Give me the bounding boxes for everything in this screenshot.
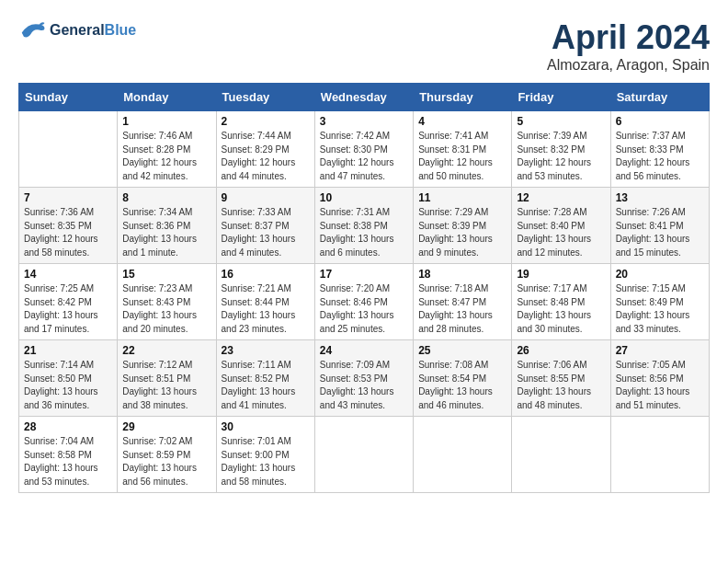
calendar-week-row: 28Sunrise: 7:04 AM Sunset: 8:58 PM Dayli… (19, 417, 710, 493)
calendar-cell: 28Sunrise: 7:04 AM Sunset: 8:58 PM Dayli… (19, 417, 118, 493)
day-info: Sunrise: 7:34 AM Sunset: 8:36 PM Dayligh… (122, 206, 210, 259)
day-info: Sunrise: 7:23 AM Sunset: 8:43 PM Dayligh… (122, 282, 210, 336)
calendar-cell: 3Sunrise: 7:42 AM Sunset: 8:30 PM Daylig… (314, 111, 413, 188)
day-info: Sunrise: 7:12 AM Sunset: 8:51 PM Dayligh… (122, 359, 210, 412)
day-number: 24 (320, 344, 408, 357)
calendar-cell: 16Sunrise: 7:21 AM Sunset: 8:44 PM Dayli… (216, 264, 314, 340)
day-number: 30 (222, 420, 310, 433)
calendar-cell: 9Sunrise: 7:33 AM Sunset: 8:37 PM Daylig… (216, 188, 314, 264)
day-number: 12 (517, 191, 605, 204)
day-info: Sunrise: 7:08 AM Sunset: 8:54 PM Dayligh… (418, 359, 506, 412)
weekday-header-wednesday: Wednesday (314, 84, 413, 111)
day-info: Sunrise: 7:20 AM Sunset: 8:46 PM Dayligh… (320, 282, 408, 336)
day-number: 18 (418, 268, 506, 281)
day-number: 15 (122, 268, 210, 281)
day-info: Sunrise: 7:17 AM Sunset: 8:48 PM Dayligh… (517, 282, 605, 336)
calendar-cell: 4Sunrise: 7:41 AM Sunset: 8:31 PM Daylig… (414, 111, 512, 188)
calendar-cell: 2Sunrise: 7:44 AM Sunset: 8:29 PM Daylig… (216, 111, 314, 188)
calendar-cell: 17Sunrise: 7:20 AM Sunset: 8:46 PM Dayli… (314, 264, 413, 340)
calendar-cell: 11Sunrise: 7:29 AM Sunset: 8:39 PM Dayli… (414, 188, 512, 264)
day-number: 3 (320, 115, 408, 128)
day-info: Sunrise: 7:39 AM Sunset: 8:32 PM Dayligh… (517, 130, 605, 183)
calendar-cell: 21Sunrise: 7:14 AM Sunset: 8:50 PM Dayli… (19, 340, 118, 417)
calendar-table: SundayMondayTuesdayWednesdayThursdayFrid… (18, 83, 710, 493)
day-number: 13 (616, 191, 704, 204)
calendar-cell (314, 417, 413, 493)
day-number: 21 (24, 344, 112, 357)
day-number: 25 (418, 344, 506, 357)
day-info: Sunrise: 7:21 AM Sunset: 8:44 PM Dayligh… (222, 282, 310, 336)
calendar-cell (19, 111, 118, 188)
day-number: 26 (517, 344, 605, 357)
calendar-cell: 15Sunrise: 7:23 AM Sunset: 8:43 PM Dayli… (118, 264, 216, 340)
day-number: 8 (122, 191, 210, 204)
calendar-cell: 24Sunrise: 7:09 AM Sunset: 8:53 PM Dayli… (314, 340, 413, 417)
page-header: GeneralBlue April 2024 Almozara, Aragon,… (18, 18, 710, 74)
weekday-header-row: SundayMondayTuesdayWednesdayThursdayFrid… (19, 84, 710, 111)
day-number: 9 (222, 191, 310, 204)
calendar-week-row: 21Sunrise: 7:14 AM Sunset: 8:50 PM Dayli… (19, 340, 710, 417)
day-info: Sunrise: 7:44 AM Sunset: 8:29 PM Dayligh… (222, 130, 310, 183)
calendar-cell: 7Sunrise: 7:36 AM Sunset: 8:35 PM Daylig… (19, 188, 118, 264)
weekday-header-thursday: Thursday (414, 84, 512, 111)
day-info: Sunrise: 7:29 AM Sunset: 8:39 PM Dayligh… (418, 206, 506, 259)
day-info: Sunrise: 7:33 AM Sunset: 8:37 PM Dayligh… (222, 206, 310, 259)
day-number: 1 (122, 115, 210, 128)
calendar-cell: 22Sunrise: 7:12 AM Sunset: 8:51 PM Dayli… (118, 340, 216, 417)
calendar-cell: 1Sunrise: 7:46 AM Sunset: 8:28 PM Daylig… (118, 111, 216, 188)
weekday-header-sunday: Sunday (19, 84, 118, 111)
day-number: 11 (418, 191, 506, 204)
month-title: April 2024 (547, 18, 710, 57)
day-info: Sunrise: 7:42 AM Sunset: 8:30 PM Dayligh… (320, 130, 408, 183)
title-block: April 2024 Almozara, Aragon, Spain (547, 18, 710, 74)
day-number: 6 (616, 115, 704, 128)
day-info: Sunrise: 7:18 AM Sunset: 8:47 PM Dayligh… (418, 282, 506, 336)
day-number: 19 (517, 268, 605, 281)
calendar-week-row: 14Sunrise: 7:25 AM Sunset: 8:42 PM Dayli… (19, 264, 710, 340)
calendar-cell (610, 417, 709, 493)
day-info: Sunrise: 7:26 AM Sunset: 8:41 PM Dayligh… (616, 206, 704, 259)
day-info: Sunrise: 7:31 AM Sunset: 8:38 PM Dayligh… (320, 206, 408, 259)
day-number: 22 (122, 344, 210, 357)
day-number: 10 (320, 191, 408, 204)
calendar-cell: 6Sunrise: 7:37 AM Sunset: 8:33 PM Daylig… (610, 111, 709, 188)
day-number: 17 (320, 268, 408, 281)
logo-bird-icon (18, 18, 46, 41)
calendar-cell: 20Sunrise: 7:15 AM Sunset: 8:49 PM Dayli… (610, 264, 709, 340)
day-info: Sunrise: 7:02 AM Sunset: 8:59 PM Dayligh… (122, 435, 210, 488)
calendar-cell (512, 417, 610, 493)
calendar-cell (414, 417, 512, 493)
day-info: Sunrise: 7:09 AM Sunset: 8:53 PM Dayligh… (320, 359, 408, 412)
calendar-cell: 29Sunrise: 7:02 AM Sunset: 8:59 PM Dayli… (118, 417, 216, 493)
calendar-cell: 5Sunrise: 7:39 AM Sunset: 8:32 PM Daylig… (512, 111, 610, 188)
day-info: Sunrise: 7:28 AM Sunset: 8:40 PM Dayligh… (517, 206, 605, 259)
weekday-header-tuesday: Tuesday (216, 84, 314, 111)
calendar-cell: 30Sunrise: 7:01 AM Sunset: 9:00 PM Dayli… (216, 417, 314, 493)
day-number: 29 (122, 420, 210, 433)
weekday-header-saturday: Saturday (610, 84, 709, 111)
day-info: Sunrise: 7:01 AM Sunset: 9:00 PM Dayligh… (222, 435, 310, 488)
day-info: Sunrise: 7:41 AM Sunset: 8:31 PM Dayligh… (418, 130, 506, 183)
day-number: 16 (222, 268, 310, 281)
location: Almozara, Aragon, Spain (547, 57, 710, 74)
day-info: Sunrise: 7:14 AM Sunset: 8:50 PM Dayligh… (24, 359, 112, 412)
calendar-cell: 14Sunrise: 7:25 AM Sunset: 8:42 PM Dayli… (19, 264, 118, 340)
day-number: 23 (222, 344, 310, 357)
calendar-cell: 8Sunrise: 7:34 AM Sunset: 8:36 PM Daylig… (118, 188, 216, 264)
calendar-cell: 18Sunrise: 7:18 AM Sunset: 8:47 PM Dayli… (414, 264, 512, 340)
day-number: 20 (616, 268, 704, 281)
calendar-cell: 10Sunrise: 7:31 AM Sunset: 8:38 PM Dayli… (314, 188, 413, 264)
calendar-cell: 12Sunrise: 7:28 AM Sunset: 8:40 PM Dayli… (512, 188, 610, 264)
calendar-cell: 19Sunrise: 7:17 AM Sunset: 8:48 PM Dayli… (512, 264, 610, 340)
calendar-cell: 23Sunrise: 7:11 AM Sunset: 8:52 PM Dayli… (216, 340, 314, 417)
day-number: 28 (24, 420, 112, 433)
day-number: 5 (517, 115, 605, 128)
calendar-cell: 13Sunrise: 7:26 AM Sunset: 8:41 PM Dayli… (610, 188, 709, 264)
day-number: 14 (24, 268, 112, 281)
calendar-cell: 26Sunrise: 7:06 AM Sunset: 8:55 PM Dayli… (512, 340, 610, 417)
calendar-week-row: 1Sunrise: 7:46 AM Sunset: 8:28 PM Daylig… (19, 111, 710, 188)
day-info: Sunrise: 7:11 AM Sunset: 8:52 PM Dayligh… (222, 359, 310, 412)
day-number: 7 (24, 191, 112, 204)
day-info: Sunrise: 7:37 AM Sunset: 8:33 PM Dayligh… (616, 130, 704, 183)
calendar-week-row: 7Sunrise: 7:36 AM Sunset: 8:35 PM Daylig… (19, 188, 710, 264)
